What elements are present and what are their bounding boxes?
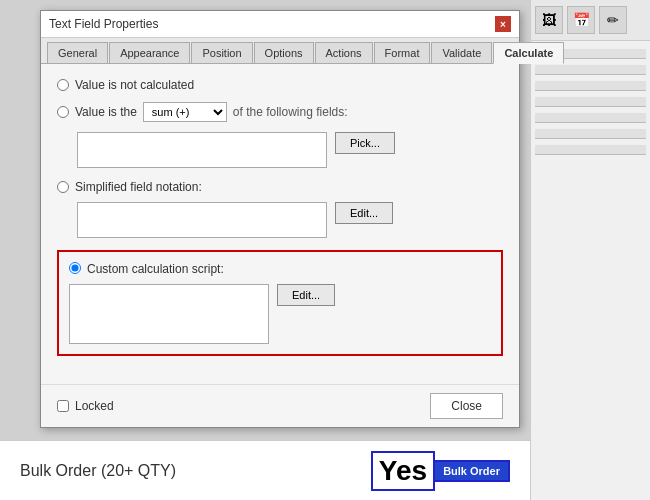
edit-icon[interactable]: ✏ xyxy=(599,6,627,34)
radio-value-is[interactable] xyxy=(57,106,69,118)
background-panel: 🖼 📅 ✏ xyxy=(530,0,650,500)
dialog-titlebar: Text Field Properties × xyxy=(41,11,519,38)
custom-script-section: Custom calculation script: Edit... xyxy=(57,250,503,356)
radio-simplified[interactable] xyxy=(57,181,69,193)
pick-field-row: Pick... xyxy=(77,132,503,168)
simplified-text-field[interactable] xyxy=(77,202,327,238)
tab-options[interactable]: Options xyxy=(254,42,314,63)
tab-position[interactable]: Position xyxy=(191,42,252,63)
radio-row-not-calculated: Value is not calculated xyxy=(57,78,503,92)
locked-label: Locked xyxy=(75,399,114,413)
dialog-close-button[interactable]: × xyxy=(495,16,511,32)
text-field-properties-dialog: Text Field Properties × General Appearan… xyxy=(40,10,520,428)
line-item xyxy=(535,81,646,91)
locked-row: Locked xyxy=(57,399,114,413)
calendar-icon[interactable]: 📅 xyxy=(567,6,595,34)
yes-badge: Yes Bulk Order xyxy=(371,451,510,491)
close-dialog-button[interactable]: Close xyxy=(430,393,503,419)
custom-script-textarea[interactable] xyxy=(69,284,269,344)
custom-script-edit-button[interactable]: Edit... xyxy=(277,284,335,306)
radio-simplified-label: Simplified field notation: xyxy=(75,180,202,194)
radio-row-value-is: Value is the sum (+) product (×) average… xyxy=(57,102,503,122)
radio-not-calculated-label: Value is not calculated xyxy=(75,78,194,92)
image-icon[interactable]: 🖼 xyxy=(535,6,563,34)
dialog-title: Text Field Properties xyxy=(49,17,158,31)
dialog-content: Value is not calculated Value is the sum… xyxy=(41,64,519,384)
tab-actions[interactable]: Actions xyxy=(315,42,373,63)
simplified-edit-button[interactable]: Edit... xyxy=(335,202,393,224)
bulk-order-badge: Bulk Order xyxy=(435,460,510,482)
tab-appearance[interactable]: Appearance xyxy=(109,42,190,63)
line-item xyxy=(535,65,646,75)
sum-select[interactable]: sum (+) product (×) average minimum maxi… xyxy=(143,102,227,122)
custom-script-header: Custom calculation script: xyxy=(69,262,491,276)
radio-custom-script-label: Custom calculation script: xyxy=(87,262,224,276)
radio-not-calculated[interactable] xyxy=(57,79,69,91)
line-item xyxy=(535,113,646,123)
tabs-bar: General Appearance Position Options Acti… xyxy=(41,38,519,64)
line-item xyxy=(535,97,646,107)
radio-row-simplified: Simplified field notation: xyxy=(57,180,503,194)
bulk-order-label: Bulk Order (20+ QTY) xyxy=(20,462,176,480)
radio-value-is-label: Value is the xyxy=(75,105,137,119)
simplified-field-row: Edit... xyxy=(77,202,503,238)
yes-text: Yes xyxy=(371,451,435,491)
toolbar: 🖼 📅 ✏ xyxy=(531,0,650,41)
tab-format[interactable]: Format xyxy=(374,42,431,63)
locked-checkbox[interactable] xyxy=(57,400,69,412)
tab-validate[interactable]: Validate xyxy=(431,42,492,63)
tab-calculate[interactable]: Calculate xyxy=(493,42,564,64)
of-fields-label: of the following fields: xyxy=(233,105,348,119)
line-item xyxy=(535,129,646,139)
bottom-bar: Bulk Order (20+ QTY) Yes Bulk Order xyxy=(0,440,530,500)
line-item xyxy=(535,145,646,155)
tab-general[interactable]: General xyxy=(47,42,108,63)
script-fields-row: Edit... xyxy=(69,284,491,344)
pick-button[interactable]: Pick... xyxy=(335,132,395,154)
pick-text-field[interactable] xyxy=(77,132,327,168)
radio-custom-script[interactable] xyxy=(69,262,81,274)
dialog-footer: Locked Close xyxy=(41,384,519,427)
